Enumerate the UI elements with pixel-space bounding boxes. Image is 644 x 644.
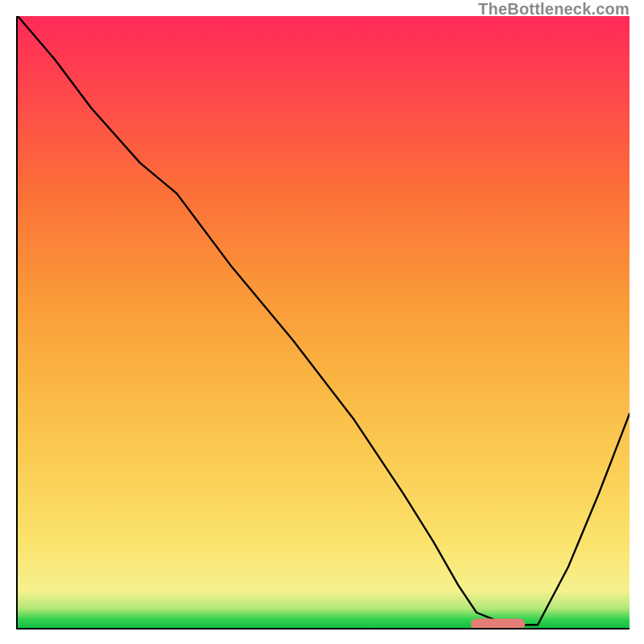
plot-area: [16, 16, 630, 630]
bottleneck-chart: TheBottleneck.com: [0, 0, 644, 644]
curve-svg: [18, 16, 630, 628]
bottleneck-curve-path: [18, 16, 630, 625]
